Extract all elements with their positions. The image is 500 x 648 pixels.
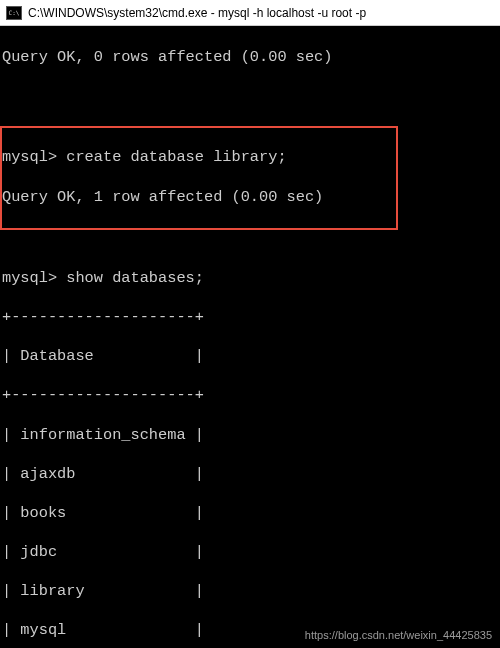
watermark: https://blog.csdn.net/weixin_44425835 <box>305 628 492 642</box>
prompt-line: mysql> show databases; <box>2 269 498 289</box>
titlebar-text: C:\WINDOWS\system32\cmd.exe - mysql -h l… <box>28 6 366 20</box>
cmd-window: C:\WINDOWS\system32\cmd.exe - mysql -h l… <box>0 0 500 648</box>
output-line: Query OK, 1 row affected (0.00 sec) <box>2 188 396 208</box>
table-row: | ajaxdb | <box>2 465 498 485</box>
output-line: Query OK, 0 rows affected (0.00 sec) <box>2 48 498 68</box>
mysql-prompt: mysql> <box>2 269 57 287</box>
terminal-area[interactable]: Query OK, 0 rows affected (0.00 sec) mys… <box>0 26 500 648</box>
prompt-line: mysql> create database library; <box>2 148 396 168</box>
highlight-create-db: mysql> create database library; Query OK… <box>0 126 398 230</box>
table-row: | library | <box>2 582 498 602</box>
cmd-create-database: create database library; <box>57 148 287 166</box>
table-row: | information_schema | <box>2 426 498 446</box>
cmd-show-databases: show databases; <box>57 269 204 287</box>
table-header: | Database | <box>2 347 498 367</box>
table-border: +--------------------+ <box>2 308 498 328</box>
table-border: +--------------------+ <box>2 386 498 406</box>
cmd-icon <box>6 6 22 20</box>
table-row: | jdbc | <box>2 543 498 563</box>
mysql-prompt: mysql> <box>2 148 57 166</box>
table-row: | books | <box>2 504 498 524</box>
blank-line <box>2 230 498 250</box>
titlebar[interactable]: C:\WINDOWS\system32\cmd.exe - mysql -h l… <box>0 0 500 26</box>
blank-line <box>2 87 498 107</box>
